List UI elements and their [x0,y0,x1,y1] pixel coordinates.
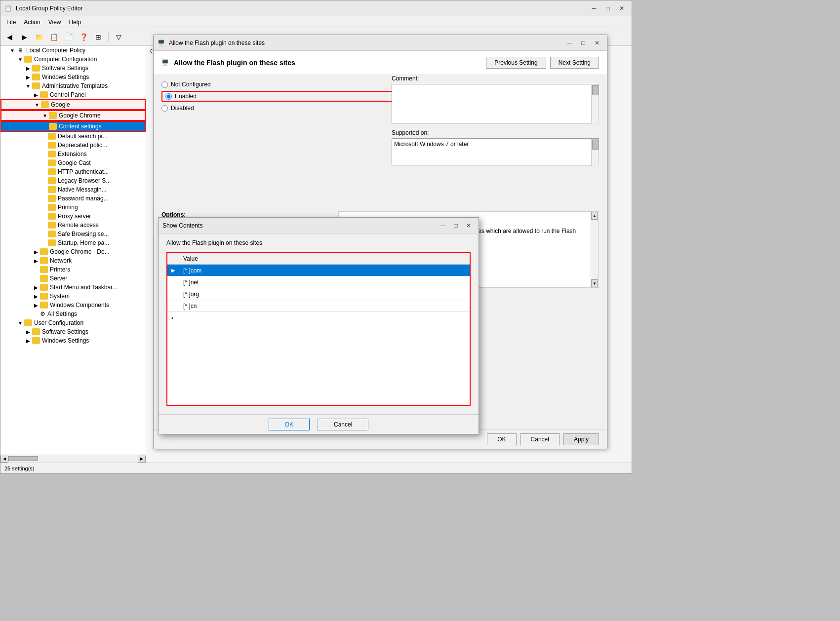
forward-button[interactable]: ▶ [17,30,31,44]
next-setting-button[interactable]: Next Setting [550,57,599,69]
view-button[interactable]: ⊞ [91,30,105,44]
help-scroll-up[interactable]: ▲ [591,212,598,220]
tree-windows-settings[interactable]: ▶ Windows Settings [0,73,146,81]
tree-extensions[interactable]: Extensions [0,150,146,158]
sc-ok-button[interactable]: OK [269,419,310,430]
tree-user-windows-settings[interactable]: ▶ Windows Settings [0,336,146,345]
sc-row-2[interactable]: [*.]net [167,276,470,288]
tree-root[interactable]: ▼ 🖥 Local Computer Policy [0,46,146,55]
tree-deprecated[interactable]: Deprecated polic... [0,141,146,150]
tree-startup-home[interactable]: Startup, Home pa... [0,238,146,247]
sc-empty-input[interactable] [183,314,466,321]
policy-cancel-button[interactable]: Cancel [520,433,560,445]
h-scrollbar[interactable]: ◀ ▶ [0,455,146,463]
sc-table-container: Value ▶ [*.]com [*.]net [*.]org [166,252,471,406]
tree-control-panel[interactable]: ▶ Control Panel [0,90,146,99]
back-button[interactable]: ◀ [2,30,16,44]
sc-cancel-button[interactable]: Cancel [318,419,368,430]
tree-user-software-settings[interactable]: ▶ Software Settings [0,327,146,336]
scroll-right-btn[interactable]: ▶ [138,456,146,463]
tree-chrome-dev[interactable]: ▶ Google Chrome - De... [0,247,146,256]
filter-button[interactable]: ▽ [112,30,125,44]
sc-restore-button[interactable]: □ [450,220,462,232]
sc-row-value-2[interactable]: [*.]net [183,279,466,286]
tree-windows-components[interactable]: ▶ Windows Components [0,301,146,310]
restore-button[interactable]: □ [602,2,614,14]
tree-native-messaging[interactable]: Native Messagin... [0,185,146,194]
show-hide-action-button[interactable]: 📄 [62,30,76,44]
tree-system[interactable]: ▶ System [0,292,146,301]
up-folder-button[interactable]: 📁 [32,30,46,44]
scroll-left-btn[interactable]: ◀ [0,456,8,463]
sc-table-body: ▶ [*.]com [*.]net [*.]org [*.]cn [167,265,470,405]
tree-start-menu[interactable]: ▶ Start Menu and Taskbar... [0,283,146,292]
tree-scroll[interactable]: ▼ 🖥 Local Computer Policy ▼ Computer Con… [0,46,146,455]
folder-icon [40,266,48,273]
tree-user-config[interactable]: ▼ User Configuration [0,318,146,327]
tree-computer-config[interactable]: ▼ Computer Configuration [0,55,146,64]
tree-password-manager[interactable]: Password manag... [0,194,146,203]
menu-help[interactable]: Help [65,18,85,27]
tree-http-auth[interactable]: HTTP authenticat... [0,167,146,176]
tree-remote-access[interactable]: Remote access [0,221,146,230]
tree-printing[interactable]: Printing [0,203,146,212]
sc-minimize-button[interactable]: ─ [437,220,449,232]
tree-legacy-browser[interactable]: Legacy Browser S... [0,176,146,185]
policy-dialog-header: 🖥️ Allow the Flash plugin on these sites… [154,51,607,75]
sc-close-button[interactable]: ✕ [463,220,475,232]
tree-arrow: ▶ [24,329,32,335]
tree-network[interactable]: ▶ Network [0,256,146,265]
menu-file[interactable]: File [2,18,20,27]
minimize-button[interactable]: ─ [588,2,600,14]
tree-google-chrome[interactable]: ▼ Google Chrome [0,110,146,121]
folder-icon [40,284,48,291]
sc-row-3[interactable]: [*.]org [167,288,470,300]
policy-dialog-minimize[interactable]: ─ [563,37,575,49]
comment-scrollbar[interactable] [591,85,599,124]
menu-action[interactable]: Action [20,18,44,27]
tree-software-settings[interactable]: ▶ Software Settings [0,64,146,73]
previous-setting-button[interactable]: Previous Setting [486,57,546,69]
sc-row-1[interactable]: ▶ [*.]com [167,265,470,276]
folder-icon [32,65,40,72]
tree-printers[interactable]: Printers [0,265,146,274]
folder-icon [32,328,40,335]
menu-view[interactable]: View [44,18,65,27]
tree-content-settings[interactable]: Content settings [0,121,146,132]
tree-arrow: ▼ [16,57,24,62]
sc-row-value-1[interactable]: [*.]com [183,267,466,274]
sc-row-value-3[interactable]: [*.]org [183,291,466,298]
policy-apply-button[interactable]: Apply [563,433,599,445]
comment-textarea[interactable] [392,84,599,123]
help-scroll-down[interactable]: ▼ [591,279,598,287]
scroll-track[interactable] [8,456,138,463]
disabled-radio-input[interactable] [161,105,168,112]
tree-google[interactable]: ▼ Google [0,99,146,110]
tree-item-label: User Configuration [34,319,146,326]
policy-header-label: Allow the Flash plugin on these sites [174,59,295,67]
tree-all-settings[interactable]: ⚙ All Settings [0,310,146,318]
policy-dialog-close[interactable]: ✕ [591,37,603,49]
not-configured-radio-input[interactable] [161,81,168,88]
show-hide-tree-button[interactable]: 📋 [47,30,61,44]
tree-arrow: ▶ [32,303,40,308]
tree-safe-browsing[interactable]: Safe Browsing se... [0,230,146,238]
tree-server[interactable]: Server [0,274,146,283]
sc-row-value-4[interactable]: [*.]cn [183,303,466,310]
help-scrollbar[interactable]: ▲ ▼ [591,212,599,287]
folder-icon [24,56,32,63]
tree-item-label: Startup, Home pa... [58,239,146,246]
help-button[interactable]: ❓ [77,30,90,44]
tree-google-cast[interactable]: Google Cast [0,158,146,167]
sc-row-4[interactable]: [*.]cn [167,300,470,312]
policy-ok-button[interactable]: OK [487,433,516,445]
sc-empty-row[interactable]: • [167,312,470,324]
enabled-radio-input[interactable] [165,93,172,100]
sc-title-bar: Show Contents ─ □ ✕ [159,218,479,233]
supported-scrollbar[interactable] [591,139,599,166]
tree-proxy-server[interactable]: Proxy server [0,212,146,221]
policy-dialog-restore[interactable]: □ [577,37,589,49]
close-button[interactable]: ✕ [616,2,628,14]
tree-default-search[interactable]: Default search pr... [0,132,146,141]
tree-admin-templates[interactable]: ▼ Administrative Templates [0,81,146,90]
